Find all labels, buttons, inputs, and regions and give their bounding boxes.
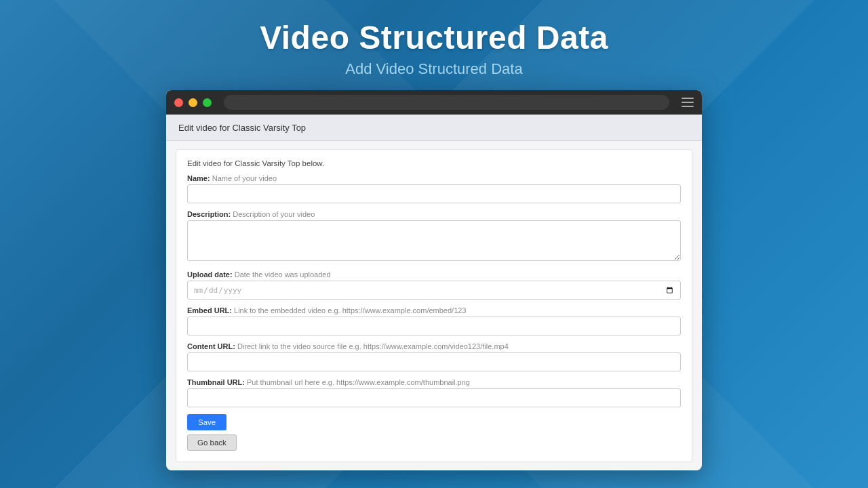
browser-window: Edit video for Classic Varsity Top Edit … (166, 90, 702, 470)
window-close-dot[interactable] (174, 98, 183, 107)
thumbnail-url-input[interactable] (187, 388, 681, 407)
embed-url-input[interactable] (187, 317, 681, 336)
page-subtitle: Add Video Structured Data (260, 60, 608, 78)
thumbnail-url-label: Thumbnail URL: Put thumbnail url here e.… (187, 378, 681, 386)
window-minimize-dot[interactable] (189, 98, 197, 107)
content-url-label: Content URL: Direct link to the video so… (187, 342, 681, 350)
description-input[interactable] (187, 220, 681, 261)
save-button-row: Save (187, 414, 681, 430)
thumbnail-url-field-group: Thumbnail URL: Put thumbnail url here e.… (187, 378, 681, 407)
page-title: Video Structured Data (260, 19, 608, 56)
form-area: Edit video for Classic Varsity Top below… (176, 149, 692, 462)
form-intro: Edit video for Classic Varsity Top below… (187, 159, 681, 167)
upload-date-hint: Date the video was uploaded (235, 270, 331, 279)
embed-url-hint: Link to the embedded video e.g. https://… (234, 306, 466, 314)
upload-date-field-group: Upload date: Date the video was uploaded (187, 270, 681, 300)
go-back-button-row: Go back (187, 434, 681, 451)
content-url-input[interactable] (187, 352, 681, 371)
name-hint: Name of your video (212, 174, 277, 182)
upload-date-input[interactable] (187, 281, 681, 300)
content-url-field-group: Content URL: Direct link to the video so… (187, 342, 681, 371)
browser-content: Edit video for Classic Varsity Top Edit … (166, 115, 702, 462)
page-header: Video Structured Data Add Video Structur… (260, 0, 608, 78)
name-field-group: Name: Name of your video (187, 174, 681, 203)
name-input[interactable] (187, 184, 681, 203)
browser-menu-icon[interactable] (682, 98, 694, 107)
thumbnail-url-hint: Put thumbnail url here e.g. https://www.… (247, 378, 470, 386)
upload-date-label: Upload date: Date the video was uploaded (187, 270, 681, 279)
save-button[interactable]: Save (187, 414, 226, 430)
content-url-hint: Direct link to the video source file e.g… (237, 342, 509, 350)
content-header-title: Edit video for Classic Varsity Top (178, 123, 306, 133)
embed-url-label: Embed URL: Link to the embedded video e.… (187, 306, 681, 314)
content-header: Edit video for Classic Varsity Top (166, 115, 702, 141)
description-hint: Description of your video (233, 210, 315, 218)
embed-url-field-group: Embed URL: Link to the embedded video e.… (187, 306, 681, 336)
window-maximize-dot[interactable] (203, 98, 212, 107)
date-input-wrapper (187, 281, 681, 300)
description-label: Description: Description of your video (187, 210, 681, 218)
go-back-button[interactable]: Go back (187, 434, 237, 451)
description-field-group: Description: Description of your video (187, 210, 681, 264)
browser-titlebar (166, 90, 702, 115)
address-bar[interactable] (224, 95, 669, 110)
name-label: Name: Name of your video (187, 174, 681, 182)
